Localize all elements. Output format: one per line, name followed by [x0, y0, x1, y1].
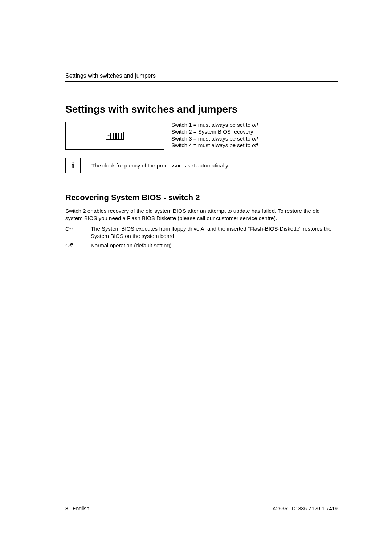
dip-switch-4-icon: [119, 133, 122, 139]
desc-on: The System BIOS executes from floppy dri…: [91, 225, 338, 240]
switch-3-value: off: [252, 135, 258, 142]
info-note: i The clock frequency of the processor i…: [65, 158, 338, 173]
section-heading: Recovering System BIOS - switch 2: [65, 193, 338, 202]
running-head: Settings with switches and jumpers: [65, 73, 338, 79]
term-on: On: [65, 225, 87, 240]
footer-row: 8 - English A26361-D1386-Z120-1-7419: [65, 506, 338, 511]
switch-2-row: Switch 2 = System BIOS recovery: [171, 129, 258, 135]
page-footer: 8 - English A26361-D1386-Z120-1-7419: [65, 503, 338, 511]
term-off: Off: [65, 242, 87, 249]
switch-4-value: off: [252, 142, 258, 148]
section-paragraph: Switch 2 enables recovery of the old sys…: [65, 207, 338, 222]
dip-switch-diagram: ON: [65, 122, 164, 150]
dip-switch-2-icon: [113, 133, 116, 139]
switch-descriptions: Switch 1 = must always be set to off Swi…: [171, 122, 258, 149]
footer-left: 8 - English: [65, 506, 89, 511]
switch-4-row: Switch 4 = must always be set to off: [171, 142, 258, 149]
dip-switch-icon: ON: [106, 132, 124, 140]
switch-3-text: Switch 3 = must always be set to: [171, 135, 252, 142]
page: Settings with switches and jumpers Setti…: [0, 0, 392, 555]
switch-3-row: Switch 3 = must always be set to off: [171, 135, 258, 142]
footer-right: A26361-D1386-Z120-1-7419: [273, 506, 338, 511]
switch-1-value: off: [252, 122, 258, 128]
dip-on-label: ON: [107, 135, 110, 137]
footer-rule: [65, 503, 338, 503]
info-text: The clock frequency of the processor is …: [91, 162, 229, 169]
switch-2-text: Switch 2 = System BIOS recovery: [171, 129, 253, 135]
header-rule: [65, 81, 338, 82]
diagram-and-switch-list-row: ON Switch 1 = must always be set to off …: [65, 122, 338, 150]
switch-1-text: Switch 1 = must always be set to: [171, 122, 252, 128]
definition-list: On The System BIOS executes from floppy …: [65, 225, 338, 250]
switch-4-text: Switch 4 = must always be set to: [171, 142, 252, 148]
page-title: Settings with switches and jumpers: [65, 104, 338, 115]
info-icon: i: [65, 158, 81, 173]
switch-1-row: Switch 1 = must always be set to off: [171, 122, 258, 129]
desc-off: Normal operation (default setting).: [91, 242, 338, 249]
dip-switch-3-icon: [116, 133, 119, 139]
dip-switch-1-icon: [110, 133, 113, 139]
